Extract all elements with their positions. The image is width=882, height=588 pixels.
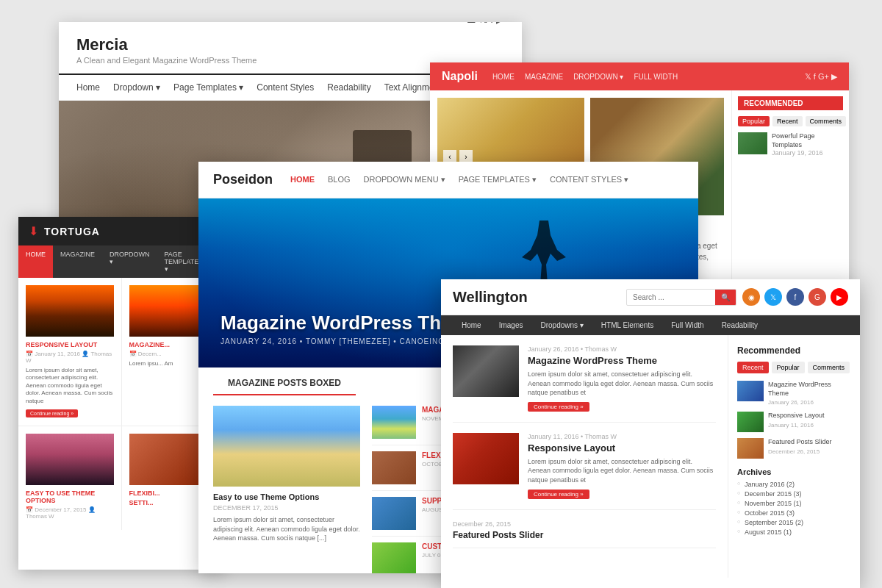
wellington-archive-dec2015[interactable]: December 2015 (3) [737,490,851,498]
mercia-social-icons: ☰ 𝕏 f ▶ [467,22,504,25]
napoli-nav-fullwidth[interactable]: FULL WIDTH [634,73,678,81]
poseidon-sidebar-img-2 [372,451,416,484]
poseidon-nav-dropdown[interactable]: DROPDOWN MENU ▾ [364,175,445,184]
wellington-rec-img-1 [737,381,764,401]
napoli-rec-img-1 [738,132,767,154]
wellington-rec-content-2: Responsive Layout January 11, 2016 [768,412,825,429]
poseidon-nav: HOME BLOG DROPDOWN MENU ▾ PAGE TEMPLATES… [290,175,628,184]
tortuga-post1-text: Lorem ipsum dolor sit amet, consectetuer… [26,367,114,405]
poseidon-nav-templates[interactable]: PAGE TEMPLATES ▾ [459,175,537,184]
wellington-rec-title-2: Responsive Layout [768,412,825,420]
tortuga-post3-title: EASY TO USE THEME OPTIONS [26,490,114,504]
poseidon-main-post-title: Easy to use Theme Options [213,492,360,501]
mercia-nav-content[interactable]: Content Styles [257,82,314,93]
youtube-icon[interactable]: ▶ [831,288,848,306]
tortuga-read-more-1[interactable]: Continue reading » [26,409,78,417]
rss-icon[interactable]: ◉ [742,288,760,306]
tortuga-logo-text: TORTUGA [44,226,100,237]
wellington-tab-comments[interactable]: Comments [808,362,850,373]
tortuga-post1-image [26,285,114,337]
wellington-archive-nov2015[interactable]: November 2015 (1) [737,500,851,507]
wellington-article2-image [453,433,519,484]
napoli-tab-popular[interactable]: Popular [738,116,770,126]
napoli-nav-home[interactable]: HOME [492,73,514,81]
poseidon-section-title: MAGAZINE POSTS BOXED [213,368,356,395]
wellington-tab-popular[interactable]: Popular [772,362,805,373]
wellington-article1-title: Magazine WordPress Theme [528,355,716,366]
napoli-tabs: Popular Recent Comments [738,116,843,126]
wellington-featured-article: December 26, 2015 Featured Posts Slider [453,520,716,548]
napoli-nav-dropdown[interactable]: DROPDOWN ▾ [573,73,623,81]
tortuga-post1-meta: 📅 January 11, 2016 👤 Thomas W [26,351,114,364]
wellington-read-more-2[interactable]: Continue reading » [528,490,589,499]
wellington-article1-content: January 26, 2016 • Thomas W Magazine Wor… [528,345,716,412]
tortuga-nav-home[interactable]: HOME [18,245,53,278]
wellington-nav-home[interactable]: Home [453,315,490,335]
wellington-search-button[interactable]: 🔍 [715,290,736,305]
poseidon-hero-meta: JANUARY 24, 2016 • TOMMY [THEMEZEE] • CA… [220,337,478,345]
wellington-nav-images[interactable]: Images [490,315,532,335]
poseidon-main-post-text: Lorem ipsum dolor sit amet, consectetuer… [213,515,360,543]
napoli-rec-title-1: Powerful Page Templates [772,132,843,149]
wellington-archive-sep2015[interactable]: September 2015 (2) [737,519,851,526]
facebook-icon[interactable]: f [786,288,804,306]
wellington-read-more-1[interactable]: Continue reading » [528,402,589,412]
wellington-archive-jan2016[interactable]: January 2016 (2) [737,481,851,488]
wellington-logo: Wellington [453,289,626,306]
poseidon-hero-text: Magazine WordPress The... JANUARY 24, 20… [220,312,478,345]
wellington-article2-content: January 11, 2016 • Thomas W Responsive L… [528,433,716,499]
wellington-article2-title: Responsive Layout [528,442,716,453]
tortuga-post1-title: RESPONSIVE LAYOUT [26,341,114,348]
poseidon-sidebar-img-1 [372,406,416,439]
wellington-nav-html[interactable]: HTML Elements [592,315,662,335]
twitter-icon[interactable]: 𝕏 [764,288,782,306]
wellington-header-icons: ◉ 𝕏 f G ▶ [742,288,848,306]
mercia-nav-readability[interactable]: Readability [327,82,370,93]
wellington-nav-readability[interactable]: Readability [713,315,767,335]
tortuga-nav-magazine[interactable]: MAGAZINE [53,245,102,278]
wellington-article1-meta: January 26, 2016 • Thomas W [528,345,716,353]
wellington-archive-aug2015[interactable]: August 2015 (1) [737,528,851,536]
wellington-rec-date-3: December 26, 2015 [768,448,832,455]
napoli-tab-comments[interactable]: Comments [806,116,847,126]
poseidon-main-post-meta: DECEMBER 17, 2015 [213,504,360,512]
poseidon-nav-home[interactable]: HOME [290,175,315,184]
wellington-sidebar: Recommended Recent Popular Comments Maga… [728,335,860,578]
tortuga-window: ⬇ TORTUGA HOME MAGAZINE DROPDOWN ▾ PAGE … [18,217,224,570]
wellington-archive-oct2015[interactable]: October 2015 (3) [737,509,851,517]
napoli-nav-social: 𝕏 f G+ ▶ [805,72,837,82]
wellington-article1-text: Lorem ipsum dolor sit amet, consectetuer… [528,370,716,398]
napoli-tab-recent[interactable]: Recent [772,116,803,126]
wellington-window: Wellington 🔍 ◉ 𝕏 f G ▶ Home Images Dropd… [441,279,860,588]
tortuga-nav-dropdown[interactable]: DROPDOWN ▾ [102,245,157,278]
poseidon-logo: Poseidon [213,172,273,187]
wellington-archives-title: Archives [737,467,851,476]
wellington-search-box[interactable]: 🔍 [626,289,736,306]
tortuga-post3-meta: 📅 December 17, 2015 👤 Thomas W [26,506,114,520]
wellington-rec-content-3: Featured Posts Slider December 26, 2015 [768,438,832,455]
napoli-nav-magazine[interactable]: MAGAZINE [525,73,563,81]
wellington-search-input[interactable] [627,290,715,304]
wellington-archives: Archives January 2016 (2) December 2015 … [737,467,851,536]
googleplus-icon[interactable]: G [808,288,826,306]
wellington-rec-date-2: January 11, 2016 [768,422,825,429]
poseidon-nav-content[interactable]: CONTENT STYLES ▾ [550,175,628,184]
poseidon-nav-blog[interactable]: BLOG [328,175,351,184]
napoli-rec-item-1: Powerful Page Templates January 19, 2016 [738,132,843,158]
wellington-header: Wellington 🔍 ◉ 𝕏 f G ▶ [441,279,860,315]
wellington-nav-fullwidth[interactable]: Full Width [662,315,712,335]
wellington-nav-dropdowns[interactable]: Dropdowns ▾ [531,315,592,335]
poseidon-header: Poseidon HOME BLOG DROPDOWN MENU ▾ PAGE … [198,162,698,198]
wellington-article-1: January 26, 2016 • Thomas W Magazine Wor… [453,345,716,423]
wellington-rec-item-3: Featured Posts Slider December 26, 2015 [737,438,851,459]
wellington-tab-recent[interactable]: Recent [737,362,769,373]
mercia-nav-dropdown[interactable]: Dropdown ▾ [113,82,160,93]
mercia-title: Mercia [76,35,504,54]
napoli-nav-items: HOME MAGAZINE DROPDOWN ▾ FULL WIDTH [492,73,805,81]
tortuga-header: ⬇ TORTUGA [18,217,224,245]
poseidon-sidebar-img-3 [372,497,416,530]
wellington-main: January 26, 2016 • Thomas W Magazine Wor… [441,335,728,578]
mercia-nav-home[interactable]: Home [76,82,100,93]
mercia-nav-page-templates[interactable]: Page Templates ▾ [173,82,243,93]
wellington-rec-title-3: Featured Posts Slider [768,438,832,447]
